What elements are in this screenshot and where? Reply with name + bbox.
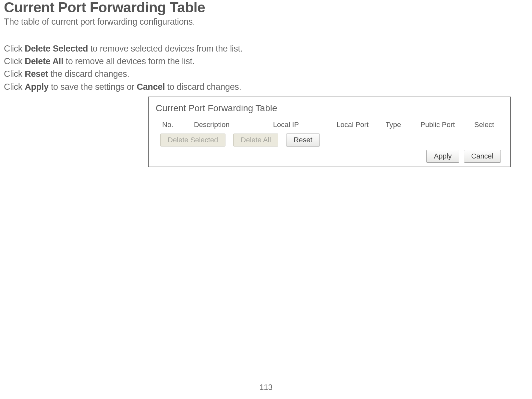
col-header-description: Description bbox=[194, 121, 273, 129]
button-row: Delete Selected Delete All Reset bbox=[156, 134, 503, 147]
col-header-local-ip: Local IP bbox=[273, 121, 336, 129]
instruction-line-4: Click Apply to save the settings or Canc… bbox=[4, 81, 528, 93]
port-forwarding-panel: Current Port Forwarding Table No. Descri… bbox=[148, 97, 511, 167]
text: Click bbox=[4, 69, 25, 79]
apply-cancel-row: Apply Cancel bbox=[156, 150, 503, 163]
text: to remove selected devices from the list… bbox=[88, 44, 243, 53]
text: to discard changes. bbox=[165, 82, 241, 92]
col-header-type: Type bbox=[386, 121, 420, 129]
cancel-button[interactable]: Cancel bbox=[464, 150, 501, 163]
col-header-select: Select bbox=[474, 121, 503, 129]
bold-term: Delete All bbox=[25, 56, 63, 66]
instruction-line-1: Click Delete Selected to remove selected… bbox=[4, 42, 528, 55]
page-title: Current Port Forwarding Table bbox=[4, 0, 528, 15]
table-headers: No. Description Local IP Local Port Type… bbox=[156, 121, 503, 129]
bold-term: Delete Selected bbox=[25, 44, 88, 53]
page-number: 113 bbox=[0, 383, 532, 392]
delete-selected-button[interactable]: Delete Selected bbox=[160, 134, 225, 147]
col-header-public-port: Public Port bbox=[420, 121, 474, 129]
instruction-line-3: Click Reset the discard changes. bbox=[4, 68, 528, 80]
reset-button[interactable]: Reset bbox=[286, 134, 320, 147]
delete-all-button[interactable]: Delete All bbox=[233, 134, 278, 147]
text: the discard changes. bbox=[48, 69, 129, 79]
bold-term: Cancel bbox=[137, 82, 165, 92]
col-header-no: No. bbox=[162, 121, 194, 129]
apply-button[interactable]: Apply bbox=[426, 150, 459, 163]
text: Click bbox=[4, 82, 25, 92]
bold-term: Apply bbox=[25, 82, 49, 92]
text: Click bbox=[4, 56, 25, 66]
instructions-block: Click Delete Selected to remove selected… bbox=[4, 42, 528, 93]
text: to remove all devices form the list. bbox=[63, 56, 195, 66]
subtitle: The table of current port forwarding con… bbox=[4, 17, 528, 27]
bold-term: Reset bbox=[25, 69, 48, 79]
instruction-line-2: Click Delete All to remove all devices f… bbox=[4, 55, 528, 68]
panel-title: Current Port Forwarding Table bbox=[156, 103, 503, 113]
text: to save the settings or bbox=[49, 82, 137, 92]
text: Click bbox=[4, 44, 25, 53]
col-header-local-port: Local Port bbox=[336, 121, 385, 129]
